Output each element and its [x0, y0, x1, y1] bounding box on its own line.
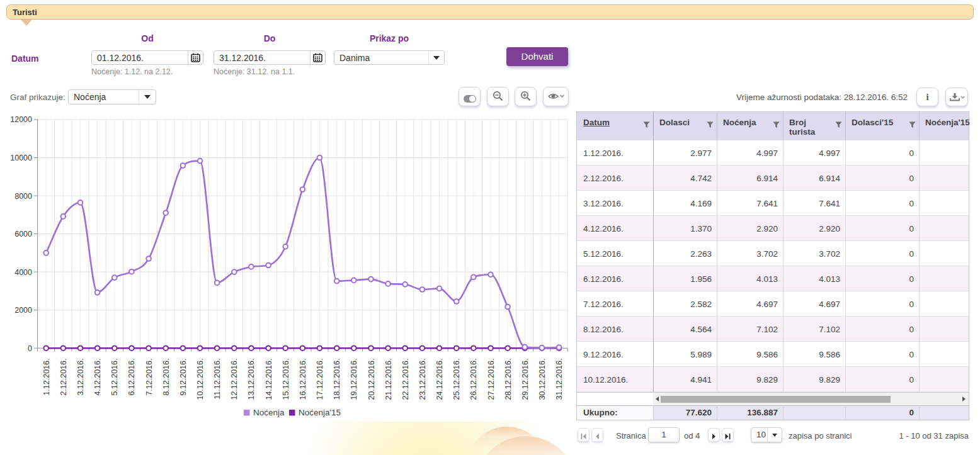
- svg-text:29.12.2016.: 29.12.2016.: [521, 359, 530, 400]
- svg-text:2.12.2016.: 2.12.2016.: [59, 359, 68, 396]
- svg-text:11.12.2016.: 11.12.2016.: [213, 359, 222, 400]
- svg-text:21.12.2016.: 21.12.2016.: [384, 359, 393, 400]
- svg-text:10000: 10000: [10, 154, 32, 162]
- svg-text:3.12.2016.: 3.12.2016.: [76, 359, 85, 396]
- svg-text:12.12.2016.: 12.12.2016.: [230, 359, 239, 400]
- svg-text:7.12.2016.: 7.12.2016.: [145, 359, 154, 396]
- svg-text:17.12.2016.: 17.12.2016.: [316, 359, 324, 400]
- svg-text:20.12.2016.: 20.12.2016.: [367, 359, 376, 400]
- svg-text:16.12.2016.: 16.12.2016.: [299, 359, 307, 400]
- svg-text:25.12.2016.: 25.12.2016.: [452, 359, 461, 400]
- svg-text:22.12.2016.: 22.12.2016.: [401, 359, 410, 400]
- svg-text:8.12.2016.: 8.12.2016.: [162, 359, 171, 396]
- svg-text:9.12.2016.: 9.12.2016.: [179, 359, 188, 396]
- svg-text:2000: 2000: [14, 306, 32, 315]
- svg-text:30.12.2016.: 30.12.2016.: [538, 359, 547, 400]
- svg-text:31.12.2016.: 31.12.2016.: [555, 359, 564, 400]
- svg-text:28.12.2016.: 28.12.2016.: [504, 359, 513, 400]
- svg-text:10.12.2016.: 10.12.2016.: [196, 359, 205, 400]
- svg-text:4000: 4000: [14, 268, 32, 277]
- svg-text:13.12.2016.: 13.12.2016.: [247, 359, 256, 400]
- svg-text:19.12.2016.: 19.12.2016.: [350, 359, 358, 400]
- svg-text:5.12.2016.: 5.12.2016.: [110, 359, 119, 396]
- svg-text:15.12.2016.: 15.12.2016.: [282, 359, 290, 400]
- svg-text:1.12.2016.: 1.12.2016.: [42, 359, 51, 396]
- svg-text:27.12.2016.: 27.12.2016.: [487, 359, 496, 400]
- svg-text:8000: 8000: [14, 192, 32, 201]
- svg-text:12000: 12000: [10, 115, 32, 124]
- svg-text:14.12.2016.: 14.12.2016.: [265, 359, 273, 400]
- svg-text:Noćenja: Noćenja: [253, 408, 285, 417]
- svg-text:18.12.2016.: 18.12.2016.: [333, 359, 341, 400]
- svg-text:4.12.2016.: 4.12.2016.: [93, 359, 102, 396]
- svg-text:0: 0: [28, 344, 32, 353]
- svg-text:6.12.2016.: 6.12.2016.: [127, 359, 136, 396]
- svg-text:6000: 6000: [14, 230, 32, 239]
- svg-text:26.12.2016.: 26.12.2016.: [469, 359, 478, 400]
- svg-text:24.12.2016.: 24.12.2016.: [435, 359, 444, 400]
- svg-text:Noćenja'15: Noćenja'15: [299, 408, 341, 417]
- svg-text:23.12.2016.: 23.12.2016.: [418, 359, 427, 400]
